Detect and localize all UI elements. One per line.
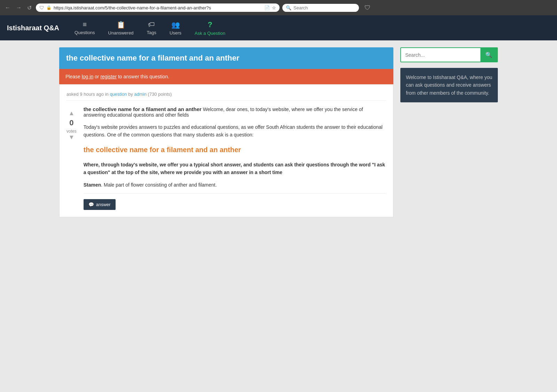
address-bar: 🛡 🔒 https://qa.istisharaat.com/5/the-col… <box>36 3 280 12</box>
nav-ask-question[interactable]: ? Ask a Question <box>190 17 230 39</box>
browser-search-bar[interactable]: 🔍 <box>282 4 359 12</box>
browser-chrome: ← → ↺ 🛡 🔒 https://qa.istisharaat.com/5/t… <box>0 0 557 15</box>
users-icon: 👥 <box>171 21 180 29</box>
unanswered-icon: 📋 <box>117 21 125 29</box>
vote-count: 0 <box>69 118 73 127</box>
divider <box>84 193 386 194</box>
upvote-button[interactable]: ▲ <box>68 110 74 117</box>
site-logo: Istisharaat Q&A <box>7 24 59 32</box>
sidebar-search-input[interactable] <box>401 48 480 62</box>
main-container: the collective name for a filament and a… <box>52 47 505 217</box>
ask-icon: ? <box>207 20 212 29</box>
lock-icon: 🔒 <box>46 5 52 10</box>
bookmark-icon[interactable]: 📄 <box>264 5 270 10</box>
nav-questions[interactable]: ≡ Questions <box>70 18 100 38</box>
nav-questions-label: Questions <box>74 30 95 35</box>
welcome-widget: Welcome to Istisharaat Q&A, where you ca… <box>400 68 498 102</box>
url-text: https://qa.istisharaat.com/5/the-collect… <box>54 5 262 10</box>
site-nav: ≡ Questions 📋 Unanswered 🏷 Tags 👥 Users … <box>70 17 230 39</box>
author-points: (730 points) <box>148 92 172 97</box>
nav-tags-label: Tags <box>147 30 156 35</box>
asked-time: 9 hours ago <box>80 92 104 97</box>
in-label: in <box>105 92 109 97</box>
question-card: asked 9 hours ago in question by admin (… <box>59 84 393 217</box>
nav-users[interactable]: 👥 Users <box>165 18 186 38</box>
nav-ask-label: Ask a Question <box>195 31 225 36</box>
search-icon: 🔍 <box>286 5 291 10</box>
question-content: ▲ 0 votes ▼ the collective name for a fi… <box>66 106 386 210</box>
site-header: Istisharaat Q&A ≡ Questions 📋 Unanswered… <box>0 15 557 40</box>
login-notice: Please log in or register to answer this… <box>59 69 393 84</box>
nav-users-label: Users <box>170 30 181 36</box>
browser-shield-right-icon: 🛡 <box>364 4 371 11</box>
forward-button[interactable]: → <box>15 4 23 11</box>
question-bold-text: Where, through today's website, we offer… <box>84 161 386 177</box>
author-link[interactable]: admin <box>134 92 147 97</box>
welcome-text: Welcome to Istisharaat Q&A, where you ca… <box>406 75 492 96</box>
question-body: the collective name for a filament and a… <box>84 106 386 210</box>
nav-unanswered[interactable]: 📋 Unanswered <box>103 18 139 38</box>
sidebar-search-button[interactable]: 🔍 <box>480 48 497 62</box>
by-label: by <box>128 92 133 97</box>
reload-button[interactable]: ↺ <box>26 4 33 12</box>
content-area: the collective name for a filament and a… <box>59 47 393 217</box>
nav-unanswered-label: Unanswered <box>108 30 134 36</box>
answer-btn-label: answer <box>96 202 111 207</box>
login-link[interactable]: log in <box>82 74 93 79</box>
answer-rest: . Male part of flower consisting of anth… <box>101 182 217 188</box>
question-title-bar: the collective name for a filament and a… <box>59 47 393 69</box>
search-widget: 🔍 <box>400 47 498 62</box>
downvote-button[interactable]: ▼ <box>68 134 74 141</box>
nav-tags[interactable]: 🏷 Tags <box>142 18 161 38</box>
vote-label: votes <box>66 129 77 134</box>
question-title: the collective name for a filament and a… <box>66 54 240 62</box>
question-answer-text: Stamen. Male part of flower consisting o… <box>84 182 386 188</box>
star-icon[interactable]: ☆ <box>272 5 276 10</box>
shield-icon: 🛡 <box>39 5 44 10</box>
question-paragraph1: Today's website provides answers to puzz… <box>84 123 386 139</box>
question-intro: the collective name for a filament and a… <box>84 106 386 118</box>
search-magnifier-icon: 🔍 <box>485 52 492 58</box>
register-link[interactable]: register <box>100 74 117 79</box>
question-highlight: the collective name for a filament and a… <box>84 146 386 154</box>
vote-section: ▲ 0 votes ▼ <box>66 110 77 141</box>
questions-icon: ≡ <box>83 21 87 29</box>
sidebar: 🔍 Welcome to Istisharaat Q&A, where you … <box>400 47 498 217</box>
answer-bold: Stamen <box>84 182 101 188</box>
answer-button[interactable]: 💬 answer <box>84 199 116 210</box>
answer-btn-icon: 💬 <box>88 202 94 207</box>
category-link[interactable]: question <box>110 92 127 97</box>
tags-icon: 🏷 <box>148 21 155 29</box>
asked-label: asked <box>66 92 79 97</box>
question-meta: asked 9 hours ago in question by admin (… <box>66 92 386 101</box>
browser-search-input[interactable] <box>293 5 355 10</box>
back-button[interactable]: ← <box>3 4 12 11</box>
question-title-inline: the collective name for a filament and a… <box>84 106 202 112</box>
